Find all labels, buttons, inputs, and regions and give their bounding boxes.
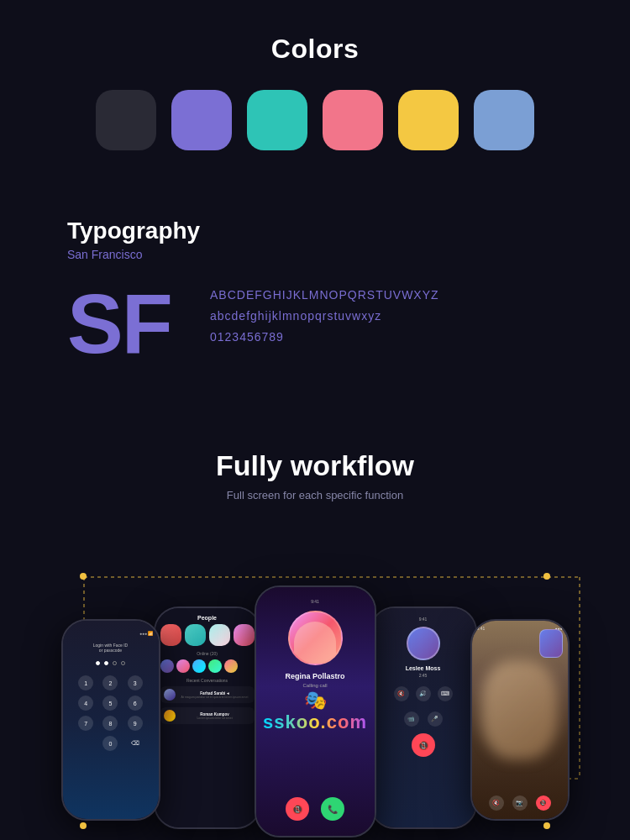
video-time: 9:41 <box>477 626 486 631</box>
lock-dot-3 <box>113 661 117 665</box>
workflow-subtitle: Full screen for each specific function <box>17 489 613 501</box>
colors-section: Colors <box>0 0 630 167</box>
ac-video-btn[interactable]: 📹 <box>404 711 419 727</box>
accept-call-button[interactable]: 📞 <box>321 797 344 821</box>
key-1[interactable]: 1 <box>78 675 93 690</box>
ac-keypad-btn[interactable]: ⌨ <box>438 686 453 701</box>
lock-dot-2 <box>104 661 108 665</box>
key-9[interactable]: 9 <box>128 716 143 731</box>
recent-item-2[interactable]: Roman Kumpov Lorem ipsum dolor sit amet <box>160 707 255 724</box>
lock-screen: ●●● 📶 Login with Face IDor passcode 1 2 … <box>63 621 159 819</box>
key-3[interactable]: 3 <box>128 675 143 690</box>
contact-3 <box>209 624 230 646</box>
contact-2 <box>185 624 206 646</box>
workflow-section: Fully workflow Full screen for each spec… <box>0 399 630 840</box>
video-end-btn[interactable]: 📵 <box>536 795 551 811</box>
swatch-purple <box>171 90 232 150</box>
online-label: Online (20) <box>160 651 255 656</box>
swatch-dark <box>96 90 156 150</box>
key-5[interactable]: 5 <box>102 696 118 711</box>
phone-contacts-wrapper: People Online (20) <box>154 606 261 837</box>
ac-person-name: Leslee Moss <box>406 665 441 671</box>
phone-lock-wrapper: ●●● 📶 Login with Face IDor passcode 1 2 … <box>61 619 160 837</box>
lock-text: Login with Face IDor passcode <box>93 643 128 653</box>
call-person-name: Regina Pollastro <box>285 672 344 680</box>
lock-status-bar: ●●● 📶 <box>68 631 154 636</box>
active-call-screen: 9:41 Leslee Moss 2:45 🔇 🔊 ⌨ 📹 🎤 📵 <box>371 608 475 827</box>
phone-active-wrapper: 9:41 Leslee Moss 2:45 🔇 🔊 ⌨ 📹 🎤 📵 <box>370 606 477 837</box>
online-avatar-2 <box>176 659 190 673</box>
key-empty-right: ⌫ <box>128 736 143 751</box>
sf-monogram: SF <box>67 281 176 365</box>
number-characters: 0123456789 <box>210 327 439 348</box>
corner-dot-bl <box>80 822 87 829</box>
color-swatches <box>17 90 613 150</box>
lowercase-letters: abcdefghijklmnopqrstuvwxyz <box>210 306 439 327</box>
key-0[interactable]: 0 <box>102 736 118 751</box>
swatch-pink <box>323 90 383 150</box>
online-avatar-3 <box>192 659 206 673</box>
online-avatar-1 <box>160 659 174 673</box>
key-6[interactable]: 6 <box>128 696 143 711</box>
ac-mute-btn[interactable]: 🔇 <box>394 686 409 701</box>
recent-avatar-2 <box>164 710 176 722</box>
key-empty-left <box>78 736 93 751</box>
key-4[interactable]: 4 <box>78 696 93 711</box>
phone-contacts: People Online (20) <box>154 606 261 829</box>
phone-active-call: 9:41 Leslee Moss 2:45 🔇 🔊 ⌨ 📹 🎤 📵 <box>370 606 477 829</box>
ac-call-time: 2:45 <box>419 673 428 678</box>
ac-status-bar: 9:41 <box>378 617 469 622</box>
workflow-title: Fully workflow <box>17 449 613 482</box>
uppercase-letters: ABCDEFGHIJKLMNOPQRSTUVWXYZ <box>210 285 439 306</box>
ac-avatar <box>407 627 440 660</box>
recent-text-1: Farhad Sarabi ◂ At magum pariatur sit et… <box>179 691 251 699</box>
corner-dot-tl <box>80 573 87 580</box>
phone-video: 9:41 ●●● 🔇 📷 📵 <box>470 619 570 821</box>
contact-circles <box>160 624 255 646</box>
video-mute-btn[interactable]: 🔇 <box>489 795 504 811</box>
lock-dot-4 <box>121 661 125 665</box>
recent-label: Recent Conversations <box>160 678 255 683</box>
recent-text-2: Roman Kumpov Lorem ipsum dolor sit amet <box>179 712 251 720</box>
ac-mic-btn[interactable]: 🎤 <box>428 711 443 727</box>
online-avatar-4 <box>208 659 222 673</box>
contact-4 <box>234 624 255 646</box>
video-bottom-controls: 🔇 📷 📵 <box>472 795 568 811</box>
colors-title: Colors <box>17 34 613 65</box>
video-call-screen: 9:41 ●●● 🔇 📷 📵 <box>472 621 568 819</box>
call-screen: 9:41 Regina Pollastro Calling call 📵 📞 <box>256 587 375 836</box>
key-2[interactable]: 2 <box>102 675 118 690</box>
phone-call-wrapper: 9:41 Regina Pollastro Calling call 📵 📞 🎭… <box>255 585 376 837</box>
corner-dot-tr <box>543 573 550 580</box>
recent-msg-1: At magum pariatur sit et qua aret lorem … <box>179 696 251 699</box>
sf-letters-block: SF ABCDEFGHIJKLMNOPQRSTUVWXYZ abcdefghij… <box>67 281 563 365</box>
call-action-buttons: 📵 📞 <box>286 797 344 821</box>
call-avatar <box>288 611 343 665</box>
online-avatars <box>160 659 255 673</box>
phone-video-wrapper: 9:41 ●●● 🔇 📷 📵 <box>470 619 570 837</box>
typography-title: Typography <box>67 218 563 244</box>
contacts-header: People <box>160 615 255 621</box>
key-8[interactable]: 8 <box>102 716 118 731</box>
end-call-button[interactable]: 📵 <box>286 797 309 821</box>
swatch-light-purple <box>474 90 534 150</box>
phone-call: 9:41 Regina Pollastro Calling call 📵 📞 <box>255 585 376 837</box>
video-cam-btn[interactable]: 📷 <box>512 795 528 811</box>
ac-speaker-btn[interactable]: 🔊 <box>416 686 431 701</box>
phones-container: ●●● 📶 Login with Face IDor passcode 1 2 … <box>17 535 613 837</box>
video-thumbnail <box>539 629 563 658</box>
ac-end-call-button[interactable]: 📵 <box>412 733 435 757</box>
typography-section: Typography San Francisco SF ABCDEFGHIJKL… <box>0 167 630 399</box>
phone-lock: ●●● 📶 Login with Face IDor passcode 1 2 … <box>61 619 160 821</box>
ac-control-icons: 🔇 🔊 ⌨ <box>394 686 453 701</box>
recent-item-1[interactable]: Farhad Sarabi ◂ At magum pariatur sit et… <box>160 686 255 703</box>
swatch-yellow <box>398 90 459 150</box>
lock-dot-1 <box>96 661 100 665</box>
contacts-screen: People Online (20) <box>155 608 260 827</box>
online-avatar-5 <box>224 659 238 673</box>
corner-dot-br <box>543 822 550 829</box>
swatch-teal <box>247 90 307 150</box>
key-7[interactable]: 7 <box>78 716 93 731</box>
lock-dots <box>96 661 125 665</box>
recent-msg-2: Lorem ipsum dolor sit amet <box>179 717 251 720</box>
